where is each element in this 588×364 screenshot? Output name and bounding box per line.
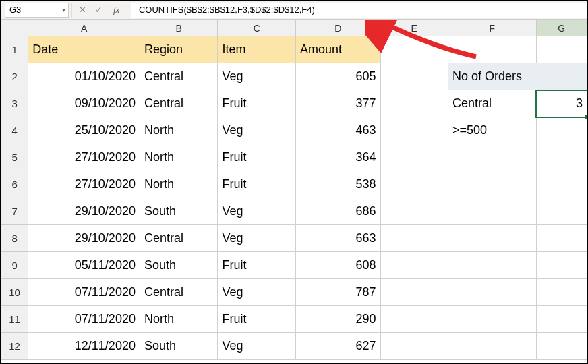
row-header[interactable]: 4 <box>1 117 28 144</box>
col-header-D[interactable]: D <box>295 20 380 36</box>
cell[interactable]: Central <box>140 90 218 117</box>
cell[interactable] <box>380 279 448 306</box>
row-header[interactable]: 1 <box>1 36 28 63</box>
cell-G3-active[interactable]: 3 <box>536 90 587 117</box>
row-header[interactable]: 3 <box>1 90 28 117</box>
cell[interactable]: 09/10/2020 <box>28 90 140 117</box>
cell[interactable]: North <box>140 171 218 198</box>
cell[interactable]: 07/11/2020 <box>28 306 140 333</box>
cell[interactable]: 364 <box>295 144 380 171</box>
cell[interactable] <box>380 171 448 198</box>
cell[interactable] <box>536 171 587 198</box>
cell[interactable] <box>448 171 537 198</box>
formula-input[interactable]: =COUNTIFS($B$2:$B$12,F3,$D$2:$D$12,F4) <box>131 3 587 18</box>
cell[interactable]: Veg <box>218 279 296 306</box>
cell[interactable]: Veg <box>218 117 296 144</box>
cell[interactable]: Central <box>448 90 537 117</box>
cell[interactable] <box>380 225 448 252</box>
cell[interactable] <box>380 117 448 144</box>
cell[interactable] <box>448 198 537 225</box>
cell[interactable]: Fruit <box>218 252 296 279</box>
enter-icon[interactable]: ✓ <box>94 5 103 15</box>
cell[interactable]: 538 <box>295 171 380 198</box>
cell[interactable] <box>536 198 587 225</box>
cell[interactable] <box>380 333 448 360</box>
cell[interactable]: 27/10/2020 <box>28 144 140 171</box>
row-header[interactable]: 2 <box>1 63 28 90</box>
col-header-B[interactable]: B <box>140 20 218 36</box>
cell[interactable]: Veg <box>218 63 296 90</box>
cell[interactable]: Fruit <box>218 90 296 117</box>
col-header-E[interactable]: E <box>380 20 448 36</box>
cell[interactable] <box>380 90 448 117</box>
cell[interactable] <box>380 252 448 279</box>
row-header[interactable]: 11 <box>1 306 28 333</box>
cell[interactable]: South <box>140 252 218 279</box>
fx-icon[interactable]: fx <box>113 5 125 16</box>
cell[interactable]: Fruit <box>218 306 296 333</box>
spreadsheet-grid[interactable]: A B C D E F G 1 Date Region Item Amount <box>1 20 587 360</box>
cell[interactable]: 07/11/2020 <box>28 279 140 306</box>
cell[interactable]: 29/10/2020 <box>28 198 140 225</box>
cell[interactable]: 377 <box>295 90 380 117</box>
cell[interactable] <box>448 306 537 333</box>
cell[interactable]: 27/10/2020 <box>28 171 140 198</box>
cell-B1[interactable]: Region <box>140 36 218 63</box>
select-all-corner[interactable] <box>1 20 28 36</box>
row-header[interactable]: 10 <box>1 279 28 306</box>
cell[interactable]: Veg <box>218 198 296 225</box>
cell[interactable]: Fruit <box>218 171 296 198</box>
row-header[interactable]: 12 <box>1 333 28 360</box>
cell-A1[interactable]: Date <box>28 36 140 63</box>
row-header[interactable]: 6 <box>1 171 28 198</box>
cell[interactable]: 290 <box>295 306 380 333</box>
cell[interactable]: North <box>140 144 218 171</box>
col-header-F[interactable]: F <box>448 20 537 36</box>
cell-G1[interactable] <box>536 36 587 63</box>
cell[interactable]: 12/11/2020 <box>28 333 140 360</box>
row-header[interactable]: 7 <box>1 198 28 225</box>
cell[interactable] <box>448 225 537 252</box>
cell-F2G2[interactable]: No of Orders <box>448 63 587 90</box>
cancel-icon[interactable]: ✕ <box>78 5 87 15</box>
cell[interactable] <box>536 225 587 252</box>
cell[interactable]: 627 <box>295 333 380 360</box>
name-box[interactable]: G3 ▾ <box>5 3 69 18</box>
row-header[interactable]: 5 <box>1 144 28 171</box>
cell[interactable] <box>536 117 587 144</box>
cell-D1[interactable]: Amount <box>295 36 380 63</box>
cell[interactable]: North <box>140 117 218 144</box>
row-header[interactable]: 9 <box>1 252 28 279</box>
cell[interactable]: 29/10/2020 <box>28 225 140 252</box>
cell[interactable]: South <box>140 333 218 360</box>
cell[interactable] <box>380 198 448 225</box>
cell[interactable] <box>536 144 587 171</box>
cell[interactable]: 608 <box>295 252 380 279</box>
cell[interactable] <box>536 252 587 279</box>
cell-C1[interactable]: Item <box>218 36 296 63</box>
cell[interactable]: South <box>140 198 218 225</box>
cell[interactable]: Veg <box>218 225 296 252</box>
cell[interactable]: 686 <box>295 198 380 225</box>
cell[interactable]: 05/11/2020 <box>28 252 140 279</box>
cell[interactable]: Central <box>140 63 218 90</box>
cell[interactable] <box>448 279 537 306</box>
cell[interactable]: 787 <box>295 279 380 306</box>
cell[interactable]: North <box>140 306 218 333</box>
cell[interactable] <box>380 63 448 90</box>
col-header-G[interactable]: G <box>536 20 587 36</box>
cell[interactable] <box>536 306 587 333</box>
cell[interactable]: 663 <box>295 225 380 252</box>
cell[interactable]: Veg <box>218 333 296 360</box>
cell[interactable]: >=500 <box>448 117 537 144</box>
cell[interactable]: Central <box>140 279 218 306</box>
cell[interactable]: 605 <box>295 63 380 90</box>
cell[interactable] <box>380 306 448 333</box>
cell[interactable] <box>380 144 448 171</box>
cell[interactable]: 463 <box>295 117 380 144</box>
cell[interactable] <box>448 252 537 279</box>
chevron-down-icon[interactable]: ▾ <box>62 6 65 13</box>
cell[interactable]: Central <box>140 225 218 252</box>
cell-F1[interactable] <box>448 36 537 63</box>
cell[interactable] <box>448 333 537 360</box>
